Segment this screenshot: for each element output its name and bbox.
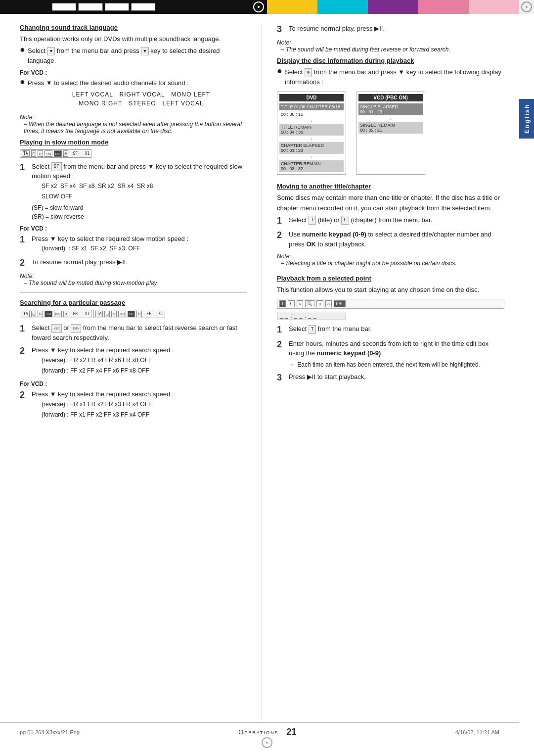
vcd-arrow-down: ↓ <box>358 116 423 121</box>
playback-input-row: _ _ : _ _ : _ _ <box>277 312 346 320</box>
dvd-chapter-remain-row: CHAPTER REMAIN 00 : 03 : 32 <box>279 160 344 172</box>
sd-ta-3: TA <box>95 311 103 317</box>
playback-point-intro: This function allows you to start playin… <box>277 285 504 295</box>
bullet-dot-2: ● <box>20 77 28 86</box>
step-num-1: 1 <box>20 162 32 221</box>
sd-rew-dark: ◁◁ <box>44 311 52 317</box>
footer-right: 4/16/02, 11:21 AM <box>455 729 499 735</box>
sd-fwd-dark-3: ▷▷ <box>128 311 135 317</box>
search-reverse-speeds: (reverse) : FR x2 FR x4 FR x6 FR x8 OFF … <box>42 355 247 377</box>
note-label-search: Note: <box>277 39 504 46</box>
pb-select-icon: T <box>309 325 316 334</box>
dvd-arrow-down-3: ↓ <box>279 155 344 159</box>
search-step3-cont: 3 To resume normal play, press ▶II. Note… <box>277 24 504 53</box>
footer-operations-label: Operations <box>238 728 278 736</box>
sd-play-2: ▷ <box>38 311 43 317</box>
fr-icon: ◁◁ <box>51 324 62 333</box>
sd-sf-label: SF X1 <box>73 151 89 156</box>
step-vcd-search-2: 2 Press ▼ key to select the required sea… <box>20 389 247 421</box>
note-block-title: Note: – Selecting a title or chapter mig… <box>277 253 504 267</box>
footer-page-number: 21 <box>287 727 297 737</box>
step-pb-2: 2 Enter hours, minutes and seconds from … <box>277 339 504 369</box>
step-num-2: 2 <box>20 257 32 269</box>
sd-ff-label: FF X1 <box>146 312 163 316</box>
note-text-1: – When the desired language is not selec… <box>24 121 247 135</box>
step-num-vcd-search-2: 2 <box>20 389 32 421</box>
dvd-arrow-down-2: ↓ <box>279 137 344 141</box>
step-content-search-1: Select ◁◁ or ▷▷ from the menu bar to sel… <box>32 323 247 342</box>
step-content-title-1: Select T (title) or C (chapter) from the… <box>289 215 504 227</box>
pb-icon1: ⊙ <box>297 300 303 307</box>
top-bar-left <box>0 0 267 14</box>
section-playback-point: Playback from a selected point This func… <box>277 275 504 383</box>
step-search-1: 1 Select ◁◁ or ▷▷ from the menu bar to s… <box>20 323 247 342</box>
section-header-slow-motion: Playing in slow motion mode <box>20 139 247 146</box>
step-pb-3: 3 Press ▶II to start playback. <box>277 372 504 383</box>
pb-arrow: ↔ <box>316 300 323 307</box>
vcd-single-elapsed-row: SINGLE ELAPSED 00 : 01 : 23 <box>358 103 423 115</box>
display-boxes-container: DVD TITLE 01/06 CHAPTER 06/18 00 : 36 : … <box>277 92 504 175</box>
disc-info-bullet: ● Select ⊙ from the menu bar and press ▼… <box>277 67 504 87</box>
note-text-search: – The sound will be muted during fast re… <box>281 46 504 53</box>
for-vcd-label-3: For VCD : <box>20 380 247 387</box>
sd-ta-2: TA <box>22 311 30 317</box>
sd-box-2: □ <box>31 311 37 317</box>
sd-fr-label: FR X1 <box>73 312 89 316</box>
section-slow-motion: Playing in slow motion mode TA □ ▷ ◁◁ ▷▷… <box>20 139 247 287</box>
step-content-search-2: Press ▼ key to select the required searc… <box>32 345 247 377</box>
step-content-pb-1: Select T from the menu bar. <box>289 324 504 335</box>
bullet-dot: ● <box>20 45 28 54</box>
dvd-chapter-elapsed-row: CHAPTER ELAPSED 00 : 01 : 23 <box>279 142 344 154</box>
sd-box: □ <box>31 150 37 157</box>
vcd-audio-bullet: ● Press ▼ to select the desired audio ch… <box>20 78 247 110</box>
bottom-crosshair <box>262 737 272 748</box>
step-slow-1: 1 Select SF from the menu bar and press … <box>20 162 247 221</box>
search-display-bars: TA □ ▷ ◁◁ ▷▷ ⊙ FR X1 TA □ ▷ ◁◁ ▷▷ ⊙ FF X… <box>20 309 247 320</box>
note-block-search: Note: – The sound will be muted during f… <box>277 39 504 53</box>
vcd-slow-speeds: (forward) : SF x1 SF x2 SF x3 OFF <box>42 243 247 254</box>
sd-menu: ⊙ <box>63 150 69 157</box>
step-vcd-slow-1: 1 Press ▼ key to select the required slo… <box>20 234 247 254</box>
step-slow-2: 2 To resume normal play, press ▶II. <box>20 257 247 269</box>
dvd-arrow-down-1: ↓ <box>279 118 344 123</box>
sound-track-intro: This operation works only on DVDs with m… <box>20 34 247 44</box>
arrow-right-icon: → <box>289 361 295 368</box>
section-header-sound-track: Changing sound track language <box>20 24 247 31</box>
disc-info-text: Select ⊙ from the menu bar and press ▼ k… <box>285 67 504 87</box>
down-arrow-icon: ▼ <box>141 47 148 56</box>
title-icon: T <box>309 216 316 225</box>
section-header-search: Searching for a particular passage <box>20 299 247 306</box>
vcd-single-remain-row: SINGLE REMAIN 00 : 02 : 21 <box>358 122 423 134</box>
step-search-2: 2 Press ▼ key to select the required sea… <box>20 345 247 377</box>
step-content-pb-3: Press ▶II to start playback. <box>289 372 504 383</box>
dvd-title-row: TITLE 01/06 CHAPTER 06/18 <box>279 103 344 110</box>
step-content-vcd-slow-1: Press ▼ key to select the required slow … <box>32 234 247 254</box>
slow-motion-speeds: SF x2 SF x4 SF x8 SR x2 SR x4 SR x8 SLOW… <box>42 181 247 202</box>
section-search: Searching for a particular passage TA □ … <box>20 299 247 420</box>
pb-step2-arrow: → Each time an item has been entered, th… <box>289 360 504 369</box>
sd-menu-3: ⊙ <box>136 311 142 317</box>
disc-info-icon: ⊙ <box>305 68 312 77</box>
sd-rew-3: ◁◁ <box>118 311 126 317</box>
section-header-playback-point: Playback from a selected point <box>277 275 504 282</box>
note-block-1: Note: – When the desired language is not… <box>20 114 247 135</box>
note-label-1: Note: <box>20 114 247 121</box>
sd-menu-2: ⊙ <box>63 311 69 317</box>
footer-ops-container: Operations 21 <box>238 727 296 737</box>
slow-motion-menu-bar: TA □ ▷ ◁◁ ▷▷ ⊙ SF X1 <box>20 149 247 158</box>
sd-play: ▷ <box>38 150 43 157</box>
step-content-vcd-search-2: Press ▼ key to select the required searc… <box>32 389 247 421</box>
for-vcd-label-1: For VCD : <box>20 69 247 76</box>
section-sound-track: Changing sound track language This opera… <box>20 24 247 135</box>
ff-icon: ▷▷ <box>71 324 81 333</box>
step-title-1: 1 Select T (title) or C (chapter) from t… <box>277 215 504 227</box>
step-pb-1: 1 Select T from the menu bar. <box>277 324 504 335</box>
dvd-title-time: 00 : 36 : 15 <box>279 111 344 117</box>
english-sidebar-label: English <box>519 99 534 139</box>
sd-play-3: ▷ <box>111 311 117 317</box>
step-search-3: 3 To resume normal play, press ▶II. <box>277 24 504 35</box>
section-header-disc-info: Display the disc information during play… <box>277 57 504 64</box>
main-content: Changing sound track language This opera… <box>0 14 534 730</box>
step-num-title-2: 2 <box>277 230 289 249</box>
small-display-sf: TA □ ▷ ◁◁ ▷▷ ⊙ SF X1 <box>20 149 91 158</box>
